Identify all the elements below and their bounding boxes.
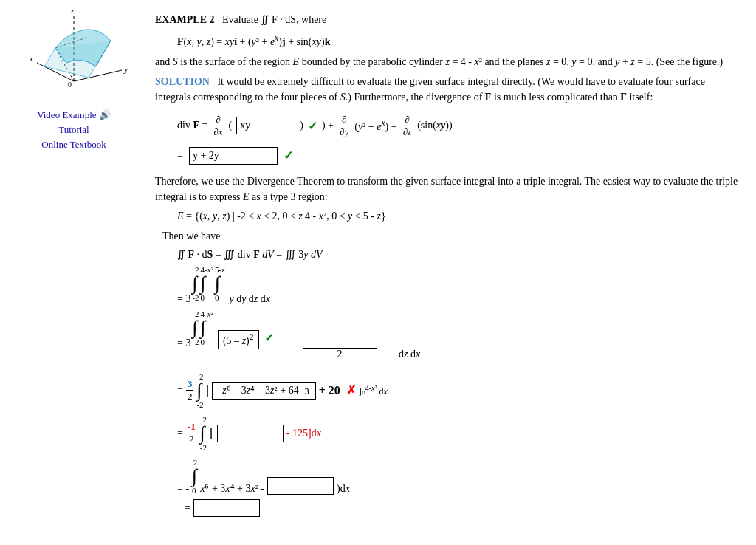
step3-box: (5 – z)2 bbox=[218, 330, 259, 349]
step2-integrand: y dy dz dx bbox=[229, 293, 270, 305]
step6-eq: = - bbox=[177, 483, 189, 495]
step4-plus20: + 20 bbox=[319, 384, 340, 397]
step1-row: ∬ F · dS = ∭ div F dV = ∭ 3y dV bbox=[177, 248, 741, 261]
input-step5[interactable] bbox=[217, 425, 284, 442]
then-we-have: Then we have bbox=[162, 228, 741, 244]
example-label: EXAMPLE 2 bbox=[155, 14, 215, 25]
step3-denom-row: 2 bbox=[303, 348, 377, 360]
step5-minus125: - 125]dx bbox=[286, 428, 321, 439]
sidebar: x y z 0 Video Example 🔊 Tutorial Online … bbox=[0, 0, 148, 536]
term-y2ex: (y² + ex) + bbox=[354, 118, 396, 133]
svg-text:0: 0 bbox=[68, 80, 72, 89]
speaker-icon: 🔊 bbox=[99, 109, 111, 120]
divf-label: div F = bbox=[177, 120, 207, 131]
check-icon-2: ✓ bbox=[284, 148, 293, 162]
plus-1: ) + bbox=[322, 120, 334, 131]
input-xy[interactable] bbox=[236, 117, 295, 134]
step7-row: = bbox=[185, 499, 741, 517]
example-instruction: Evaluate ∬ F · dS, where bbox=[222, 14, 326, 25]
step3-fraction: (5 – z)2 ✓ bbox=[218, 330, 274, 349]
step3-sub2: 0 bbox=[201, 337, 205, 346]
step4-int1: ∫ bbox=[196, 381, 203, 400]
step4-row: = 3 2 2 ∫ -2 | –z⁶ – 3z⁴ – 3z² + 64 3 + … bbox=[177, 372, 741, 409]
step6-row: = - 2 ∫ 0 x⁶ + 3x⁴ + 3x² - )dx bbox=[177, 458, 741, 495]
divf-result: = ✓ bbox=[177, 147, 741, 165]
input-y2y[interactable] bbox=[189, 147, 278, 165]
then-we-have-text: Then we have bbox=[162, 230, 221, 241]
step7-eq: = bbox=[185, 502, 190, 514]
step2-int1: ∫ bbox=[192, 274, 199, 293]
partial-y-frac: ∂ ∂y bbox=[338, 114, 350, 138]
step2-row: = 3 2 ∫ -2 4-x² ∫ 0 5-z ∫ 0 y dy dz dx bbox=[177, 265, 741, 305]
step5-eq: = bbox=[177, 428, 183, 439]
step6-sub1: 0 bbox=[192, 486, 196, 495]
step4-coeff-frac: 3 2 bbox=[186, 378, 194, 402]
step3-dzdy-suffix: dz dx bbox=[399, 349, 741, 360]
video-example-label: Video Example bbox=[37, 109, 96, 120]
step3-sub1: -2 bbox=[192, 337, 199, 346]
step4-box: –z⁶ – 3z⁴ – 3z² + 64 3 bbox=[212, 382, 315, 400]
region-definition: E = {(x, y, z) | -2 ≤ x ≤ 2, 0 ≤ z 4 - x… bbox=[177, 210, 741, 222]
divf-calculation: div F = ∂ ∂x ( ) ✓ ) + ∂ ∂y (y² + ex) + … bbox=[177, 114, 741, 138]
input-step7-final[interactable] bbox=[193, 499, 260, 517]
step5-int1: ∫ bbox=[200, 424, 207, 443]
online-textbook-label: Online Textbook bbox=[41, 139, 106, 150]
svg-text:y: y bbox=[123, 65, 128, 74]
tutorial-link[interactable]: Tutorial bbox=[58, 124, 89, 136]
step3-int1: ∫ bbox=[192, 318, 199, 337]
surface-description: and S is the surface of the region E bou… bbox=[155, 54, 741, 69]
tutorial-label: Tutorial bbox=[58, 124, 89, 135]
step2-sub1: -2 bbox=[192, 293, 199, 302]
step4-eval-suffix: ]₀4-x² dx bbox=[359, 384, 388, 397]
step6-int1: ∫ bbox=[192, 467, 197, 486]
cross-icon: ✗ bbox=[346, 383, 356, 397]
video-example-link[interactable]: Video Example 🔊 bbox=[37, 109, 111, 121]
online-textbook-link[interactable]: Online Textbook bbox=[41, 139, 106, 151]
solution-paragraph: SOLUTION It would be extremely difficult… bbox=[155, 74, 741, 105]
step3-row: = 3 2 ∫ -2 4-x² ∫ 0 (5 – z)2 ✓ bbox=[177, 309, 741, 349]
step5-bracket-open: [ bbox=[210, 425, 214, 441]
3d-figure: x y z 0 bbox=[15, 7, 133, 103]
therefore-paragraph: Therefore, we use the Divergence Theorem… bbox=[155, 174, 741, 205]
check-icon-3: ✓ bbox=[264, 332, 274, 344]
input-step6[interactable] bbox=[267, 477, 334, 495]
equals-divf: = bbox=[177, 150, 183, 162]
solution-label: SOLUTION bbox=[155, 76, 210, 87]
main-content: EXAMPLE 2 Evaluate ∬ F · dS, where F(x, … bbox=[148, 0, 756, 536]
step3-int2: ∫ bbox=[201, 318, 213, 337]
term-sinxy: (sin(xy)) bbox=[417, 120, 452, 131]
step3-eq: = 3 bbox=[177, 337, 190, 349]
svg-text:x: x bbox=[29, 54, 33, 63]
paren-close: ) bbox=[300, 120, 303, 131]
paren-open: ( bbox=[229, 120, 233, 131]
step5-sub1: -2 bbox=[200, 443, 207, 452]
step2-int2: ∫ bbox=[201, 274, 213, 293]
step2-sub3: 0 bbox=[215, 293, 219, 302]
page-layout: x y z 0 Video Example 🔊 Tutorial Online … bbox=[0, 0, 756, 536]
step5-coeff-frac: -1 2 bbox=[186, 421, 197, 445]
step2-sub2: 0 bbox=[201, 293, 205, 302]
partial-z-frac: ∂ ∂z bbox=[402, 114, 413, 138]
partial-x-frac: ∂ ∂x bbox=[212, 114, 224, 138]
step4-eq-prefix: = bbox=[177, 385, 183, 397]
step1-eq: ∬ F · dS = ∭ div F dV = ∭ 3y dV bbox=[177, 248, 322, 261]
step6-integrand: x⁶ + 3x⁴ + 3x² - bbox=[200, 482, 264, 495]
check-icon-1: ✓ bbox=[308, 119, 317, 133]
svg-text:z: z bbox=[70, 7, 75, 15]
step6-closeparen: )dx bbox=[337, 483, 350, 495]
example-header: EXAMPLE 2 Evaluate ∬ F · dS, where bbox=[155, 12, 741, 27]
step2-eq: = 3 bbox=[177, 293, 190, 305]
sidebar-links: Video Example 🔊 Tutorial Online Textbook bbox=[37, 109, 111, 151]
step4-sub1: -2 bbox=[196, 400, 203, 409]
step4-eval-bracket: | bbox=[207, 383, 210, 398]
step2-int3: ∫ bbox=[215, 274, 224, 293]
vector-field-formula: F(x, y, z) = xyi + (y² + ex)j + sin(xy)k bbox=[177, 33, 741, 48]
step5-row: = -1 2 2 ∫ -2 [ - 125]dx bbox=[177, 415, 741, 452]
